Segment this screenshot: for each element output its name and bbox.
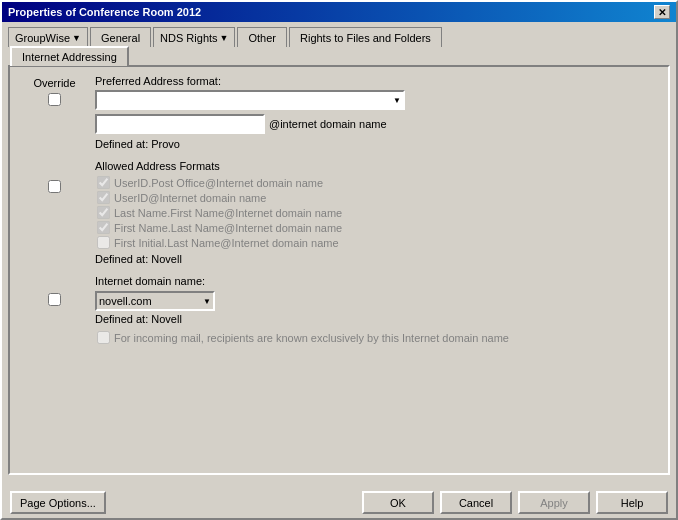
internet-domain-label: Internet domain name: (95, 275, 656, 287)
main-panel: Override Preferred Address format: ▼ (8, 65, 670, 475)
formats-content: Allowed Address Formats UserID.Post Offi… (95, 160, 656, 271)
main-window: Properties of Conference Room 2012 ✕ Gro… (0, 0, 678, 520)
cb-incoming-mail[interactable] (97, 331, 110, 344)
preferred-address-select[interactable]: ▼ (95, 90, 405, 110)
override-col-2 (22, 160, 87, 271)
allowed-formats-section: Allowed Address Formats UserID.Post Offi… (22, 160, 656, 271)
override-col-3 (22, 275, 87, 346)
override-label: Override (33, 77, 75, 89)
page-options-button[interactable]: Page Options... (10, 491, 106, 514)
checkbox-row-5: First Initial.Last Name@Internet domain … (95, 236, 656, 249)
groupwise-dropdown-arrow: ▼ (72, 33, 81, 43)
cb-userid[interactable] (97, 191, 110, 204)
preferred-address-label: Preferred Address format: (95, 75, 656, 87)
ok-button[interactable]: OK (362, 491, 434, 514)
checkbox-row-1: UserID.Post Office@Internet domain name (95, 176, 656, 189)
preferred-address-section: Preferred Address format: ▼ @internet do… (95, 75, 656, 156)
cb-firstinitial-lastname[interactable] (97, 236, 110, 249)
internet-domain-section: Internet domain name: novell.com ▼ Defin… (22, 275, 656, 346)
incoming-mail-label: For incoming mail, recipients are known … (114, 332, 509, 344)
preferred-address-dropdown[interactable] (99, 92, 401, 108)
incoming-mail-row: For incoming mail, recipients are known … (95, 331, 656, 344)
defined-at-provo: Defined at: Provo (95, 138, 656, 150)
tab-row-2-and-panel: Internet Addressing Override Preferred A… (8, 45, 670, 475)
cb-label-2: UserID@Internet domain name (114, 192, 266, 204)
allowed-formats-label: Allowed Address Formats (95, 160, 656, 172)
tab-row-1: GroupWise ▼ General NDS Rights ▼ Other R… (8, 26, 670, 46)
cb-label-5: First Initial.Last Name@Internet domain … (114, 237, 339, 249)
tab-general[interactable]: General (90, 27, 151, 47)
override-checkbox-formats[interactable] (48, 180, 61, 193)
domain-row: novell.com ▼ (95, 291, 656, 311)
tab-groupwise[interactable]: GroupWise ▼ (8, 27, 88, 47)
nds-dropdown-arrow: ▼ (220, 33, 229, 43)
tab-other[interactable]: Other (237, 27, 287, 47)
input-domain-row: @internet domain name (95, 114, 656, 134)
defined-at-novell-2: Defined at: Novell (95, 313, 656, 325)
override-checkbox-top[interactable] (48, 93, 61, 106)
cb-lastname-firstname[interactable] (97, 206, 110, 219)
content-area: GroupWise ▼ General NDS Rights ▼ Other R… (2, 22, 676, 481)
cancel-button[interactable]: Cancel (440, 491, 512, 514)
domain-combo[interactable]: novell.com ▼ (95, 291, 215, 311)
action-buttons: OK Cancel Apply Help (362, 491, 668, 514)
help-button[interactable]: Help (596, 491, 668, 514)
tab-rights-files-folders[interactable]: Rights to Files and Folders (289, 27, 442, 47)
override-checkbox-domain[interactable] (48, 293, 61, 306)
override-col: Override (22, 75, 87, 156)
at-domain-label: @internet domain name (269, 118, 387, 130)
title-bar: Properties of Conference Room 2012 ✕ (2, 2, 676, 22)
close-button[interactable]: ✕ (654, 5, 670, 19)
tab-row-2: Internet Addressing (10, 45, 670, 65)
cb-userid-postoffice[interactable] (97, 176, 110, 189)
domain-content: Internet domain name: novell.com ▼ Defin… (95, 275, 656, 346)
apply-button[interactable]: Apply (518, 491, 590, 514)
override-section: Override Preferred Address format: ▼ (22, 75, 656, 156)
tab-nds-rights[interactable]: NDS Rights ▼ (153, 27, 235, 47)
address-input[interactable] (95, 114, 265, 134)
cb-label-3: Last Name.First Name@Internet domain nam… (114, 207, 342, 219)
checkbox-row-3: Last Name.First Name@Internet domain nam… (95, 206, 656, 219)
checkbox-row-2: UserID@Internet domain name (95, 191, 656, 204)
cb-firstname-lastname[interactable] (97, 221, 110, 234)
cb-label-4: First Name.Last Name@Internet domain nam… (114, 222, 342, 234)
checkbox-row-4: First Name.Last Name@Internet domain nam… (95, 221, 656, 234)
window-title: Properties of Conference Room 2012 (8, 6, 201, 18)
cb-label-1: UserID.Post Office@Internet domain name (114, 177, 323, 189)
defined-at-novell: Defined at: Novell (95, 253, 656, 265)
bottom-bar: Page Options... OK Cancel Apply Help (2, 485, 676, 518)
tab-internet-addressing[interactable]: Internet Addressing (10, 46, 129, 66)
domain-value: novell.com (99, 295, 211, 307)
